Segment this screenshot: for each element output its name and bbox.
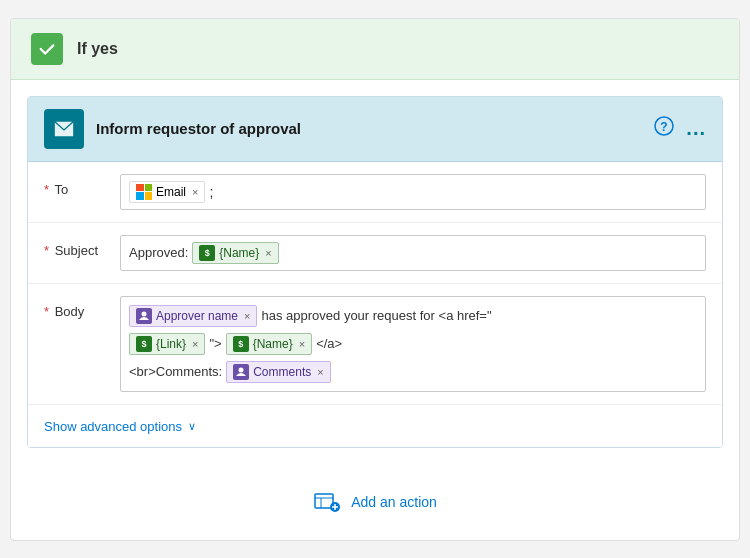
- purple-icon-comments: [233, 364, 249, 380]
- add-action-icon: [313, 488, 341, 516]
- green-icon-link: $: [136, 336, 152, 352]
- subject-name-text: {Name}: [219, 246, 259, 260]
- add-action-label: Add an action: [351, 494, 437, 510]
- body-text-3: </a>: [316, 336, 342, 351]
- body-input[interactable]: Approver name × has approved your reques…: [120, 296, 706, 392]
- body-line-2: $ {Link} × "> $ {Name} × </a>: [129, 333, 342, 355]
- add-action-svg: [313, 488, 341, 516]
- name-text-2: {Name}: [253, 337, 293, 351]
- svg-point-4: [239, 367, 244, 372]
- body-text-2: ">: [209, 336, 221, 351]
- comments-tag[interactable]: Comments ×: [226, 361, 330, 383]
- chevron-down-icon: ∨: [188, 420, 196, 433]
- name-tag-2[interactable]: $ {Name} ×: [226, 333, 312, 355]
- body-label: * Body: [44, 296, 104, 319]
- check-icon-box: [31, 33, 63, 65]
- to-input[interactable]: Email × ;: [120, 174, 706, 210]
- subject-field-row: * Subject Approved: $ {Name} ×: [28, 223, 722, 284]
- subject-prefix: Approved:: [129, 245, 188, 260]
- card-title: Inform requestor of approval: [96, 120, 642, 137]
- office-logo: [136, 184, 152, 200]
- if-yes-header: If yes: [11, 19, 739, 80]
- purple-icon-approver: [136, 308, 152, 324]
- subject-input[interactable]: Approved: $ {Name} ×: [120, 235, 706, 271]
- approver-name-tag[interactable]: Approver name ×: [129, 305, 257, 327]
- svg-text:?: ?: [661, 120, 668, 134]
- add-action-section: Add an action: [11, 464, 739, 540]
- approver-name-remove[interactable]: ×: [244, 310, 250, 322]
- main-container: If yes Inform requestor of approval ? ..: [10, 18, 740, 541]
- required-star: *: [44, 182, 49, 197]
- comments-text: Comments: [253, 365, 311, 379]
- to-email-remove[interactable]: ×: [192, 186, 198, 198]
- subject-name-remove[interactable]: ×: [265, 247, 271, 259]
- approver-name-text: Approver name: [156, 309, 238, 323]
- advanced-options-label: Show advanced options: [44, 419, 182, 434]
- green-icon: $: [199, 245, 215, 261]
- subject-label: * Subject: [44, 235, 104, 258]
- body-line-3: <br>Comments: Comments ×: [129, 361, 331, 383]
- link-remove[interactable]: ×: [192, 338, 198, 350]
- email-icon-box: [44, 109, 84, 149]
- to-email-text: Email: [156, 185, 186, 199]
- required-star-body: *: [44, 304, 49, 319]
- add-action-button[interactable]: Add an action: [313, 488, 437, 516]
- check-icon: [38, 40, 56, 58]
- link-tag[interactable]: $ {Link} ×: [129, 333, 205, 355]
- body-text-1: has approved your request for <a href=": [261, 308, 491, 323]
- svg-point-3: [142, 311, 147, 316]
- email-icon: [53, 118, 75, 140]
- card-actions: ? ...: [654, 116, 706, 141]
- name-remove-2[interactable]: ×: [299, 338, 305, 350]
- advanced-options-section: Show advanced options ∨: [28, 405, 722, 447]
- subject-name-tag[interactable]: $ {Name} ×: [192, 242, 278, 264]
- to-label: * To: [44, 174, 104, 197]
- more-options-button[interactable]: ...: [686, 117, 706, 140]
- comments-remove[interactable]: ×: [317, 366, 323, 378]
- to-separator: ;: [209, 184, 213, 200]
- body-line-1: Approver name × has approved your reques…: [129, 305, 492, 327]
- card-header: Inform requestor of approval ? ...: [28, 97, 722, 162]
- action-card: Inform requestor of approval ? ... * To: [27, 96, 723, 448]
- link-text: {Link}: [156, 337, 186, 351]
- help-button[interactable]: ?: [654, 116, 674, 141]
- body-text-4: <br>Comments:: [129, 364, 222, 379]
- ms-logo: [136, 184, 152, 200]
- body-field-row: * Body Approver name: [28, 284, 722, 405]
- if-yes-label: If yes: [77, 40, 118, 58]
- to-field-row: * To Email × ;: [28, 162, 722, 223]
- card-body: * To Email × ;: [28, 162, 722, 447]
- to-email-tag[interactable]: Email ×: [129, 181, 205, 203]
- green-icon-name2: $: [233, 336, 249, 352]
- advanced-options-link[interactable]: Show advanced options ∨: [44, 419, 196, 434]
- required-star-subject: *: [44, 243, 49, 258]
